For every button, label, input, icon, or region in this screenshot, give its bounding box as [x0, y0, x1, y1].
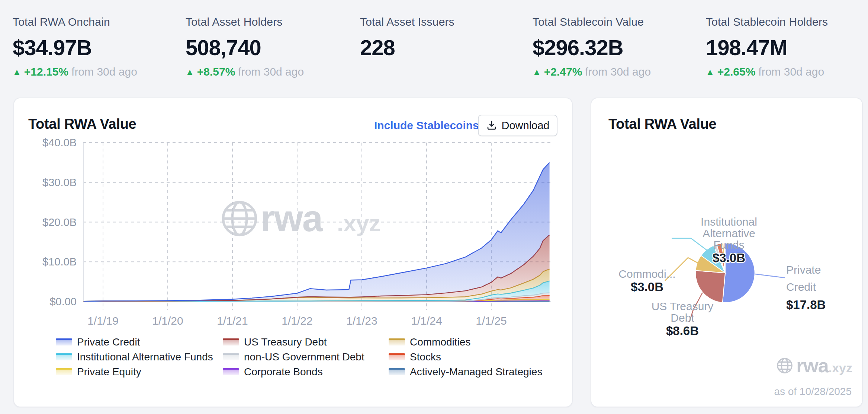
stat-total-stablecoin-holders: Total Stablecoin Holders198.47M▲+2.65%fr… [706, 0, 868, 86]
stat-change: ▲+2.47%from 30d ago [533, 66, 651, 78]
stat-value: 228 [360, 35, 395, 60]
legend-label: Private Equity [77, 366, 141, 378]
legend-label: Stocks [410, 351, 441, 363]
download-icon [486, 120, 497, 131]
up-triangle-icon: ▲ [186, 67, 194, 77]
stat-label: Total Asset Holders [186, 16, 283, 28]
stat-total-stablecoin-value: Total Stablecoin Value$296.32B▲+2.47%fro… [533, 0, 696, 86]
pie-label-value: $3.0B [673, 252, 785, 264]
total-rwa-value-pie-card: Total RWA Value InstitutionalAlternative… [591, 98, 863, 407]
legend-label: US Treasury Debt [244, 336, 327, 348]
x-axis-tick: 1/1/23 [346, 315, 377, 327]
legend-item-institutional-alternative-funds[interactable]: Institutional Alternative Funds [56, 351, 223, 362]
legend-label: Private Credit [77, 336, 140, 348]
pie-label-line: Alternative [673, 227, 785, 239]
stat-change: ▲+12.15%from 30d ago [13, 66, 137, 78]
stat-label: Total Asset Issuers [360, 16, 454, 28]
pie-label-line: US Treasury [638, 300, 727, 312]
legend-label: Commodities [410, 336, 470, 348]
legend-swatch [389, 368, 405, 375]
pie-label-value: $3.0B [606, 281, 688, 293]
download-button[interactable]: Download [478, 115, 557, 136]
x-axis-tick: 1/1/21 [217, 315, 248, 327]
stat-label: Total Stablecoin Holders [706, 16, 828, 28]
up-triangle-icon: ▲ [706, 67, 714, 77]
left-card-title: Total RWA Value [28, 116, 136, 132]
stat-value: 198.47M [706, 35, 787, 60]
watermark-brand: rwa [796, 354, 829, 377]
watermark-tld: .xyz [829, 361, 852, 375]
legend-item-private-equity[interactable]: Private Equity [56, 366, 223, 377]
as-of-date: as of 10/28/2025 [774, 386, 852, 398]
legend-swatch [56, 338, 72, 345]
legend-label: Corporate Bonds [244, 366, 323, 378]
pie-label-line: Private [786, 261, 868, 278]
legend-label: Actively-Managed Strategies [410, 366, 542, 378]
legend-item-stocks[interactable]: Stocks [389, 351, 542, 362]
svg-text:rwa: rwa [260, 197, 324, 239]
legend-item-commodities[interactable]: Commodities [389, 337, 542, 347]
pie-label-line: Debt [638, 312, 727, 324]
pie-label-commodities: Commodi...$3.0B [606, 268, 688, 293]
stat-label: Total Stablecoin Value [533, 16, 644, 28]
stat-value: $296.32B [533, 35, 623, 60]
stat-total-asset-issuers: Total Asset Issuers228 [360, 0, 524, 86]
stat-change: ▲+8.57%from 30d ago [186, 66, 304, 78]
stat-value: $34.97B [13, 35, 91, 60]
y-axis-tick: $0.00 [49, 296, 77, 308]
pie-label-private-credit: PrivateCredit$17.8B [786, 261, 868, 313]
x-axis-tick: 1/1/22 [282, 315, 312, 327]
x-axis-tick: 1/1/19 [87, 315, 118, 327]
chart-legend: Private CreditUS Treasury DebtCommoditie… [56, 337, 542, 377]
legend-swatch [223, 338, 239, 345]
stat-value: 508,740 [186, 35, 261, 60]
stat-total-rwa-onchain: Total RWA Onchain$34.97B▲+12.15%from 30d… [13, 0, 176, 86]
pie-label-line: Commodi... [606, 268, 688, 280]
up-triangle-icon: ▲ [13, 67, 21, 77]
stats-row: Total RWA Onchain$34.97B▲+12.15%from 30d… [0, 0, 868, 89]
pie-label-value: $17.8B [786, 296, 868, 313]
pie-label-us-treasury-debt: US TreasuryDebt$8.6B [638, 300, 727, 337]
svg-text:.xyz: .xyz [337, 210, 380, 236]
x-axis-tick: 1/1/24 [411, 315, 442, 327]
include-stablecoins-link[interactable]: Include Stablecoins [374, 119, 479, 132]
legend-swatch [389, 338, 405, 345]
pie-label-institutional-alternative-funds: InstitutionalAlternativeFunds$3.0B [673, 216, 785, 264]
legend-item-private-credit[interactable]: Private Credit [56, 337, 223, 347]
rwa-xyz-watermark: rwa.xyz [223, 197, 380, 239]
total-rwa-value-chart-card: Total RWA Value Include Stablecoins Down… [13, 98, 573, 407]
download-button-label: Download [502, 120, 550, 132]
legend-label: non-US Government Debt [244, 351, 364, 363]
up-triangle-icon: ▲ [533, 67, 541, 77]
pie-label-value: $8.6B [638, 325, 727, 337]
callout-private-credit [755, 274, 785, 278]
legend-item-actively-managed-strategies[interactable]: Actively-Managed Strategies [389, 366, 542, 377]
legend-swatch [389, 353, 405, 360]
legend-item-corporate-bonds[interactable]: Corporate Bonds [223, 366, 389, 377]
stacked-area-chart: rwa.xyz$0.00$10.0B$20.0B$30.0B$40.0B1/1/… [14, 136, 572, 337]
stat-label: Total RWA Onchain [13, 16, 110, 28]
y-axis-tick: $30.0B [42, 176, 77, 188]
legend-item-us-treasury-debt[interactable]: US Treasury Debt [223, 337, 389, 347]
pie-label-line: Institutional [673, 216, 785, 227]
legend-swatch [223, 368, 239, 375]
y-axis-tick: $10.0B [42, 256, 77, 268]
y-axis-tick: $20.0B [42, 216, 77, 228]
pie-label-line: Credit [786, 278, 868, 296]
x-axis-tick: 1/1/20 [152, 315, 183, 327]
legend-swatch [56, 353, 72, 360]
rwa-xyz-watermark: rwa .xyz [776, 354, 852, 377]
y-axis-tick: $40.0B [42, 137, 77, 149]
x-axis-tick: 1/1/25 [476, 315, 507, 327]
legend-swatch [223, 353, 239, 360]
globe-icon [223, 202, 256, 235]
stat-total-asset-holders: Total Asset Holders508,740▲+8.57%from 30… [186, 0, 349, 86]
legend-label: Institutional Alternative Funds [77, 351, 213, 363]
stat-change: ▲+2.65%from 30d ago [706, 66, 824, 78]
legend-item-non-us-government-debt[interactable]: non-US Government Debt [223, 351, 389, 362]
legend-swatch [56, 368, 72, 375]
pie-label-line: Funds [673, 239, 785, 251]
